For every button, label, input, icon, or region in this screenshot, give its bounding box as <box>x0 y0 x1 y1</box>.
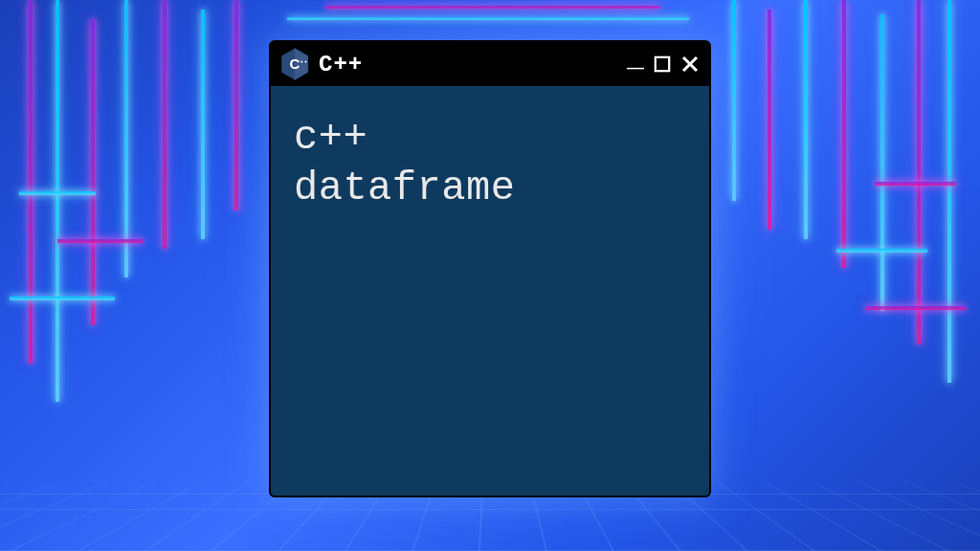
circuit-decoration <box>947 0 951 383</box>
circuit-decoration <box>325 6 660 9</box>
minimize-button[interactable]: _ <box>627 44 644 73</box>
circuit-decoration <box>880 14 884 311</box>
circuit-decoration <box>201 10 205 239</box>
circuit-decoration <box>29 0 33 364</box>
circuit-decoration <box>732 0 736 201</box>
circuit-decoration <box>10 297 115 300</box>
close-button[interactable] <box>680 55 700 74</box>
svg-text:C: C <box>290 55 301 72</box>
content-line-1: c++ <box>294 113 686 164</box>
circuit-decoration <box>234 0 238 210</box>
circuit-decoration <box>19 191 96 195</box>
circuit-decoration <box>124 0 128 277</box>
circuit-decoration <box>875 182 956 186</box>
svg-text:+: + <box>301 58 303 64</box>
app-window: C + + C++ _ c++ dataframe <box>269 40 711 497</box>
svg-rect-5 <box>656 57 669 71</box>
svg-text:+: + <box>304 58 307 64</box>
titlebar[interactable]: C + + C++ _ <box>271 42 709 86</box>
window-content: c++ dataframe <box>271 86 709 240</box>
circuit-decoration <box>768 10 771 230</box>
circuit-decoration <box>804 0 808 239</box>
circuit-decoration <box>917 0 921 344</box>
circuit-decoration <box>57 239 144 243</box>
circuit-decoration <box>842 0 846 268</box>
window-controls: _ <box>627 50 700 78</box>
content-line-2: dataframe <box>294 164 686 214</box>
maximize-button[interactable] <box>654 55 671 73</box>
circuit-decoration <box>836 249 927 253</box>
circuit-decoration <box>91 19 95 325</box>
circuit-decoration <box>287 17 689 20</box>
window-title: C++ <box>319 52 617 77</box>
cpp-logo-icon: C + + <box>280 48 309 80</box>
circuit-decoration <box>163 0 167 249</box>
circuit-decoration <box>56 0 59 402</box>
circuit-decoration <box>865 306 966 310</box>
